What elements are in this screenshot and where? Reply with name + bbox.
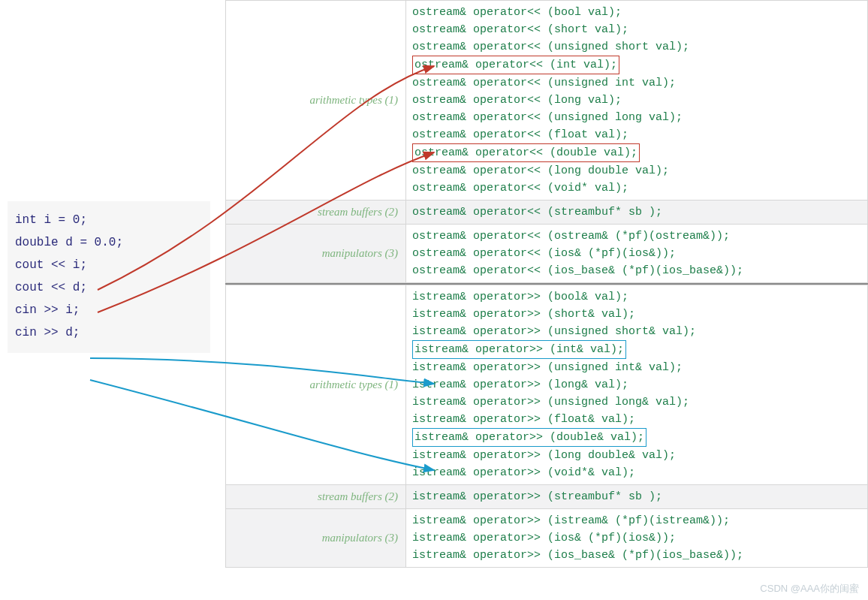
signature-line: istream& operator>> (long double& val); bbox=[412, 447, 863, 464]
signature-line: ostream& operator<< (ostream& (*pf)(ostr… bbox=[412, 228, 863, 245]
code-snippet: int i = 0; double d = 0.0; cout << i; co… bbox=[8, 201, 210, 353]
signature-line: ostream& operator<< (bool val); bbox=[412, 4, 863, 21]
istream-arith-label: arithmetic types (1) bbox=[226, 285, 406, 485]
highlight-red: ostream& operator<< (double val); bbox=[412, 143, 640, 162]
signature-line: istream& operator>> (double& val); bbox=[412, 428, 863, 447]
signature-line: ostream& operator<< (unsigned short val)… bbox=[412, 38, 863, 56]
code-line-5: cout << d; bbox=[15, 276, 203, 299]
signature-line: ostream& operator<< (int val); bbox=[412, 56, 863, 74]
ostream-table: arithmetic types (1) ostream& operator<<… bbox=[225, 0, 868, 283]
highlight-red: ostream& operator<< (int val); bbox=[412, 56, 619, 74]
signature-line: istream& operator>> (istream& (*pf)(istr… bbox=[412, 512, 863, 529]
ostream-manip-sigs: ostream& operator<< (ostream& (*pf)(ostr… bbox=[406, 225, 868, 283]
signature-line: istream& operator>> (ios_base& (*pf)(ios… bbox=[412, 547, 863, 564]
signature-line: istream& operator>> (int& val); bbox=[412, 340, 863, 359]
signature-line: istream& operator>> (streambuf* sb ); bbox=[412, 488, 863, 505]
signature-line: ostream& operator<< (long double val); bbox=[412, 162, 863, 179]
istream-table: arithmetic types (1) istream& operator>>… bbox=[225, 285, 868, 568]
signature-line: istream& operator>> (bool& val); bbox=[412, 288, 863, 306]
signature-line: ostream& operator<< (void* val); bbox=[412, 179, 863, 197]
highlight-blue: istream& operator>> (int& val); bbox=[412, 340, 626, 359]
signature-line: ostream& operator<< (unsigned long val); bbox=[412, 109, 863, 126]
code-line-2: double d = 0.0; bbox=[15, 231, 203, 254]
istream-manip-sigs: istream& operator>> (istream& (*pf)(istr… bbox=[406, 509, 868, 568]
signature-line: ostream& operator<< (double val); bbox=[412, 143, 863, 162]
signature-line: istream& operator>> (unsigned long& val)… bbox=[412, 393, 863, 411]
ostream-manip-label: manipulators (3) bbox=[226, 225, 406, 283]
istream-buf-sigs: istream& operator>> (streambuf* sb ); bbox=[406, 485, 868, 509]
code-line-7: cin >> i; bbox=[15, 299, 203, 321]
ostream-arith-sigs: ostream& operator<< (bool val);ostream& … bbox=[406, 1, 868, 201]
signature-line: ostream& operator<< (unsigned int val); bbox=[412, 74, 863, 92]
signature-line: istream& operator>> (void*& val); bbox=[412, 464, 863, 481]
signature-line: ostream& operator<< (long val); bbox=[412, 92, 863, 109]
signature-line: ostream& operator<< (ios_base& (*pf)(ios… bbox=[412, 262, 863, 279]
signature-line: istream& operator>> (float& val); bbox=[412, 411, 863, 428]
watermark: CSDN @AAA你的闺蜜 bbox=[760, 582, 859, 595]
ostream-arith-label: arithmetic types (1) bbox=[226, 1, 406, 201]
ostream-buf-sigs: ostream& operator<< (streambuf* sb ); bbox=[406, 201, 868, 225]
signature-line: ostream& operator<< (short val); bbox=[412, 21, 863, 38]
signature-line: ostream& operator<< (float val); bbox=[412, 126, 863, 143]
highlight-blue: istream& operator>> (double& val); bbox=[412, 428, 646, 447]
reference-table: arithmetic types (1) ostream& operator<<… bbox=[225, 0, 868, 568]
signature-line: ostream& operator<< (streambuf* sb ); bbox=[412, 204, 863, 221]
signature-line: istream& operator>> (short& val); bbox=[412, 306, 863, 323]
code-line-8: cin >> d; bbox=[15, 321, 203, 344]
istream-arith-sigs: istream& operator>> (bool& val);istream&… bbox=[406, 285, 868, 485]
code-line-4: cout << i; bbox=[15, 254, 203, 276]
signature-line: ostream& operator<< (ios& (*pf)(ios&)); bbox=[412, 245, 863, 262]
code-line-1: int i = 0; bbox=[15, 209, 203, 231]
signature-line: istream& operator>> (unsigned short& val… bbox=[412, 323, 863, 340]
ostream-buf-label: stream buffers (2) bbox=[226, 201, 406, 225]
istream-manip-label: manipulators (3) bbox=[226, 509, 406, 568]
istream-buf-label: stream buffers (2) bbox=[226, 485, 406, 509]
signature-line: istream& operator>> (long& val); bbox=[412, 376, 863, 393]
signature-line: istream& operator>> (ios& (*pf)(ios&)); bbox=[412, 529, 863, 547]
signature-line: istream& operator>> (unsigned int& val); bbox=[412, 359, 863, 376]
